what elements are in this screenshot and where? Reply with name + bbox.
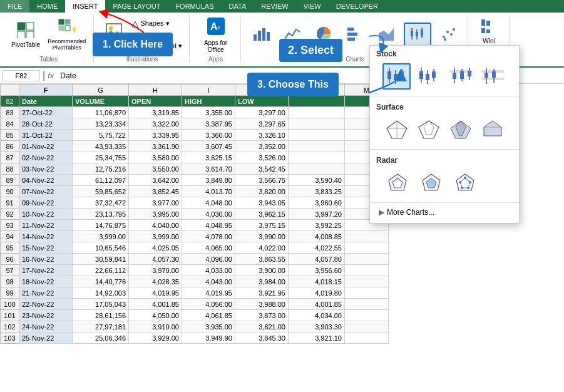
cell-f[interactable]: 21-Nov-22: [19, 287, 73, 299]
cell-f[interactable]: 07-Nov-22: [19, 186, 73, 197]
cell-j[interactable]: 3,988.00: [235, 299, 289, 310]
cell-g[interactable]: 3,999.00: [73, 231, 129, 242]
cell-m[interactable]: [345, 231, 389, 242]
col-header-p[interactable]: P: [289, 85, 345, 96]
cell-p[interactable]: 3,997.20: [289, 209, 345, 220]
cell-i[interactable]: 4,048.00: [182, 197, 235, 209]
cell-p[interactable]: 3,921.10: [289, 333, 345, 344]
bar-chart-button[interactable]: [341, 24, 369, 46]
surface-chart-option-3[interactable]: [446, 116, 474, 143]
cell-p[interactable]: 3,960.60: [289, 197, 345, 209]
cell-f[interactable]: 24-Nov-22: [19, 321, 73, 333]
surface-chart-option-4[interactable]: [478, 116, 506, 143]
cell-j[interactable]: 3,984.00: [235, 276, 289, 287]
surface-chart-option-1[interactable]: [382, 116, 411, 143]
stock-chart-button[interactable]: [404, 23, 431, 48]
cell-i[interactable]: 3,355.00: [182, 107, 235, 118]
cell-f[interactable]: 03-Nov-22: [19, 163, 73, 175]
cell-p[interactable]: [289, 96, 345, 107]
column-chart-button[interactable]: [247, 24, 275, 46]
cell-g[interactable]: 14,76,875: [73, 220, 129, 231]
cell-h[interactable]: 4,028.35: [129, 276, 182, 287]
cell-p[interactable]: [289, 163, 345, 175]
cell-f[interactable]: 16-Nov-22: [19, 254, 73, 265]
cell-f[interactable]: Date: [19, 96, 73, 107]
cell-i[interactable]: 3,949.90: [182, 333, 235, 344]
cell-j[interactable]: 3,900.00: [235, 265, 289, 276]
tab-formulas[interactable]: FORMULAS: [168, 0, 221, 13]
cell-g[interactable]: 10,65,546: [73, 242, 129, 254]
cell-g[interactable]: 23,13,795: [73, 209, 129, 220]
area-chart-button[interactable]: [372, 24, 400, 46]
cell-i[interactable]: 4,096.00: [182, 254, 235, 265]
cell-h[interactable]: 3,999.00: [129, 231, 182, 242]
cell-j[interactable]: 3,352.00: [235, 141, 289, 152]
radar-chart-option-1[interactable]: [382, 170, 413, 196]
cell-j[interactable]: 3,297.65: [235, 118, 289, 130]
cell-h[interactable]: 3,550.00: [129, 163, 182, 175]
cell-f[interactable]: 22-Nov-22: [19, 299, 73, 310]
cell-h[interactable]: 4,019.95: [129, 287, 182, 299]
cell-h[interactable]: 4,050.00: [129, 310, 182, 321]
line-chart-button[interactable]: [279, 24, 306, 46]
col-header-g[interactable]: G: [73, 85, 129, 96]
cell-h[interactable]: 4,057.30: [129, 254, 182, 265]
cell-h[interactable]: 3,319.85: [129, 107, 182, 118]
cell-f[interactable]: 23-Nov-22: [19, 310, 73, 321]
cell-p[interactable]: 4,001.85: [289, 299, 345, 310]
smartart-button[interactable]: ◆ SmartArt: [130, 29, 184, 40]
cell-f[interactable]: 04-Nov-22: [19, 175, 73, 186]
cell-h[interactable]: 4,001.85: [129, 299, 182, 310]
radar-chart-option-2[interactable]: [416, 170, 446, 196]
cell-h[interactable]: 3,970.00: [129, 265, 182, 276]
cell-g[interactable]: 17,05,043: [73, 299, 129, 310]
cell-p[interactable]: [289, 118, 345, 130]
cell-f[interactable]: 31-Oct-22: [19, 130, 73, 141]
cell-f[interactable]: 28-Oct-22: [19, 118, 73, 130]
cell-j[interactable]: 3,873.00: [235, 310, 289, 321]
cell-p[interactable]: 4,008.85: [289, 231, 345, 242]
cell-j[interactable]: 3,326.10: [235, 130, 289, 141]
cell-j[interactable]: 3,820.00: [235, 186, 289, 197]
cell-f[interactable]: 27-Oct-22: [19, 107, 73, 118]
cell-g[interactable]: 14,92,003: [73, 287, 129, 299]
cell-h[interactable]: 3,361.90: [129, 141, 182, 152]
cell-i[interactable]: 4,061.85: [182, 310, 235, 321]
cell-g[interactable]: 27,97,181: [73, 321, 129, 333]
cell-h[interactable]: OPEN: [129, 96, 182, 107]
cell-i[interactable]: 3,625.15: [182, 152, 235, 163]
cell-i[interactable]: 4,043.00: [182, 276, 235, 287]
cell-i[interactable]: 3,935.00: [182, 321, 235, 333]
cell-g[interactable]: 14,40,776: [73, 276, 129, 287]
cell-j[interactable]: 3,863.55: [235, 254, 289, 265]
cell-f[interactable]: 14-Nov-22: [19, 231, 73, 242]
cell-m[interactable]: [345, 242, 389, 254]
tab-file[interactable]: FILE: [0, 0, 29, 13]
cell-j[interactable]: LOW: [235, 96, 289, 107]
cell-f[interactable]: 18-Nov-22: [19, 276, 73, 287]
tab-home[interactable]: HOME: [29, 0, 65, 13]
cell-g[interactable]: VOLUME: [73, 96, 129, 107]
screenshot-button[interactable]: ▦ Screenshot ▾: [130, 41, 184, 51]
cell-i[interactable]: HIGH: [182, 96, 235, 107]
apps-for-office-button[interactable]: A+ Apps forOffice: [202, 15, 230, 54]
cell-g[interactable]: 22,66,112: [73, 265, 129, 276]
cell-i[interactable]: 3,614.70: [182, 163, 235, 175]
cell-j[interactable]: 4,022.00: [235, 242, 289, 254]
cell-h[interactable]: 3,910.00: [129, 321, 182, 333]
cell-j[interactable]: 3,821.00: [235, 321, 289, 333]
cell-p[interactable]: 4,018.15: [289, 276, 345, 287]
cell-f[interactable]: 10-Nov-22: [19, 209, 73, 220]
pivottable-button[interactable]: PivotTable: [9, 21, 43, 49]
tab-insert[interactable]: INSERT: [65, 0, 105, 13]
col-header-h[interactable]: H: [129, 85, 182, 96]
cell-j[interactable]: 3,921.95: [235, 287, 289, 299]
cell-i[interactable]: 4,065.00: [182, 242, 235, 254]
cell-g[interactable]: 12,75,216: [73, 163, 129, 175]
cell-g[interactable]: 37,32,472: [73, 197, 129, 209]
shapes-button[interactable]: △ Shapes ▾: [130, 18, 184, 29]
cell-p[interactable]: 4,057.80: [289, 254, 345, 265]
cell-i[interactable]: 3,607.45: [182, 141, 235, 152]
cell-g[interactable]: 25,06,346: [73, 333, 129, 344]
cell-j[interactable]: 3,845.30: [235, 333, 289, 344]
